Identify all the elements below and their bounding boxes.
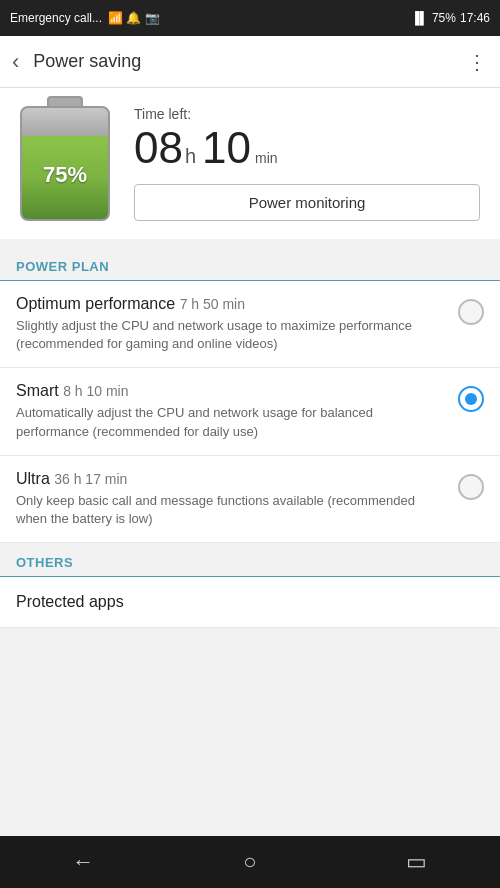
battery-section: 75% Time left: 08 h 10 min Power monitor… [0, 88, 500, 239]
plan-item-optimum-time: 7 h 50 min [180, 296, 245, 312]
time-info: Time left: 08 h 10 min Power monitoring [134, 106, 480, 221]
hours-suffix: h [185, 145, 196, 168]
status-right: ▐▌ 75% 17:46 [411, 11, 490, 25]
app-bar-title: Power saving [33, 51, 467, 72]
plan-item-optimum[interactable]: Optimum performance 7 h 50 min Slightly … [0, 281, 500, 368]
plan-item-ultra-text: Ultra 36 h 17 min Only keep basic call a… [16, 470, 446, 528]
clock: 17:46 [460, 11, 490, 25]
protected-apps-item[interactable]: Protected apps [0, 577, 500, 628]
plan-radio-optimum[interactable] [458, 299, 484, 325]
plan-item-smart-time: 8 h 10 min [63, 383, 128, 399]
plan-item-smart-desc: Automatically adjust the CPU and network… [16, 404, 446, 440]
plan-item-ultra-title: Ultra 36 h 17 min [16, 470, 446, 488]
nav-back-button[interactable]: ← [43, 836, 123, 888]
time-minutes: 10 [202, 126, 251, 170]
others-header: OTHERS [0, 543, 500, 577]
plan-radio-smart[interactable] [458, 386, 484, 412]
plan-item-ultra[interactable]: Ultra 36 h 17 min Only keep basic call a… [0, 456, 500, 543]
status-bar: Emergency call... 📶 🔔 📷 ▐▌ 75% 17:46 [0, 0, 500, 36]
notification-icons: 📶 🔔 📷 [108, 11, 160, 25]
time-hours: 08 [134, 126, 183, 170]
status-left: Emergency call... 📶 🔔 📷 [10, 11, 160, 25]
plan-item-optimum-title: Optimum performance 7 h 50 min [16, 295, 446, 313]
plan-item-smart[interactable]: Smart 8 h 10 min Automatically adjust th… [0, 368, 500, 455]
battery-status: 75% [432, 11, 456, 25]
app-bar: ‹ Power saving ⋮ [0, 36, 500, 88]
minutes-suffix: min [255, 150, 278, 166]
bottom-nav: ← ○ ▭ [0, 836, 500, 888]
plan-item-optimum-desc: Slightly adjust the CPU and network usag… [16, 317, 446, 353]
content-area: 75% Time left: 08 h 10 min Power monitor… [0, 88, 500, 836]
nav-recent-button[interactable]: ▭ [377, 836, 457, 888]
nav-home-button[interactable]: ○ [210, 836, 290, 888]
emergency-call-text: Emergency call... [10, 11, 102, 25]
plan-item-ultra-desc: Only keep basic call and message functio… [16, 492, 446, 528]
battery-icon-wrap: 75% [20, 106, 110, 221]
plan-radio-ultra[interactable] [458, 474, 484, 500]
back-button[interactable]: ‹ [12, 51, 19, 73]
more-button[interactable]: ⋮ [467, 50, 488, 74]
plan-item-ultra-time: 36 h 17 min [54, 471, 127, 487]
time-value: 08 h 10 min [134, 126, 480, 170]
plan-item-smart-title: Smart 8 h 10 min [16, 382, 446, 400]
power-plan-header: POWER PLAN [0, 247, 500, 281]
plan-item-optimum-text: Optimum performance 7 h 50 min Slightly … [16, 295, 446, 353]
battery-body: 75% [20, 106, 110, 221]
power-monitoring-button[interactable]: Power monitoring [134, 184, 480, 221]
time-left-label: Time left: [134, 106, 480, 122]
plan-item-smart-text: Smart 8 h 10 min Automatically adjust th… [16, 382, 446, 440]
signal-icon: ▐▌ [411, 11, 428, 25]
battery-percent-label: 75% [22, 162, 108, 188]
